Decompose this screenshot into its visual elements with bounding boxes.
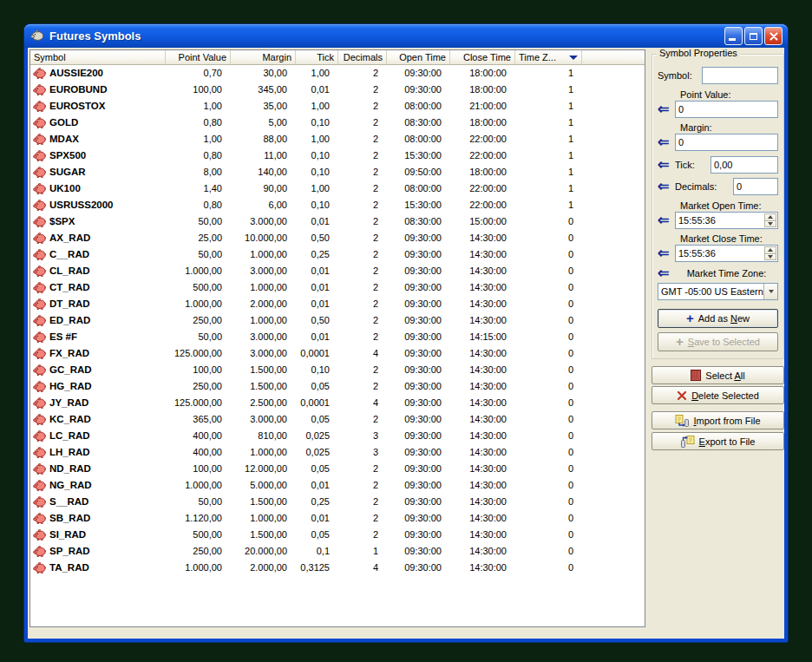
margin-cell: 88,00 [231,131,296,147]
table-row[interactable]: GOLD 0,80 5,00 0,10 2 08:30:00 18:00:00 … [30,115,645,131]
maximize-button[interactable] [744,27,763,45]
close-time-spin-up[interactable] [764,246,776,253]
table-row[interactable]: CL_RAD 1.000,00 3.000,00 0,01 2 09:30:00… [30,263,645,279]
table-row[interactable]: $SPX 50,00 3.000,00 0,01 2 08:30:00 15:0… [30,213,645,230]
table-row[interactable]: EUROBUND 100,00 345,00 0,01 2 09:30:00 1… [30,82,645,98]
table-row[interactable]: MDAX 1,00 88,00 1,00 2 08:00:00 22:00:00… [30,131,645,147]
table-row[interactable]: EUROSTOX 1,00 35,00 1,00 2 08:00:00 21:0… [30,98,645,115]
open-time-spinbox [675,212,778,229]
open-time-input[interactable] [675,212,778,229]
copy-close-time-arrow-icon[interactable]: ⇐ [658,247,675,259]
tick-input[interactable] [710,156,778,174]
close-time-cell: 14:30:00 [450,527,515,543]
symbol-cell: EUROBUND [30,82,166,98]
table-row[interactable]: JY_RAD 125.000,00 2.500,00 0,0001 4 09:3… [30,395,645,411]
pig-icon [33,134,46,145]
table-row[interactable]: ED_RAD 250,00 1.000,00 0,50 2 09:30:00 1… [30,312,645,329]
timezone-dropdown[interactable]: GMT -05:00 US Eastern [658,283,778,300]
tick-cell: 0,0001 [296,395,338,411]
symbol-name: UK100 [49,180,81,197]
copy-margin-arrow-icon[interactable]: ⇐ [658,136,675,148]
table-row[interactable]: ES #F 50,00 3.000,00 0,01 2 09:30:00 14:… [30,329,645,345]
pig-icon [33,447,46,458]
table-body: AUSSIE200 0,70 30,00 1,00 2 09:30:00 18:… [30,65,645,626]
decimals-cell: 2 [338,98,387,115]
column-header-timezone[interactable]: Time Z... [515,50,582,65]
table-row[interactable]: S__RAD 50,00 1.500,00 0,25 2 09:30:00 14… [30,494,645,510]
table-row[interactable]: HG_RAD 250,00 1.500,00 0,05 2 09:30:00 1… [30,378,645,395]
table-row[interactable]: GC_RAD 100,00 1.500,00 0,10 2 09:30:00 1… [30,362,645,378]
delete-selected-button[interactable]: Delete Selected [652,386,784,404]
table-row[interactable]: AUSSIE200 0,70 30,00 1,00 2 09:30:00 18:… [30,65,645,82]
pig-icon [33,200,46,211]
pig-icon [33,463,46,475]
save-to-selected-button[interactable]: + Save to Selected [658,332,778,351]
export-to-file-button[interactable]: Export to File [652,432,784,450]
symbol-name: NG_RAD [49,477,92,494]
table-row[interactable]: DT_RAD 1.000,00 2.000,00 0,01 2 09:30:00… [30,296,645,312]
decimals-cell: 2 [338,411,387,428]
close-time-spin-down[interactable] [764,253,776,261]
column-header-empty[interactable] [582,50,645,65]
copy-timezone-arrow-icon[interactable]: ⇐ [658,267,675,279]
add-as-new-button[interactable]: + Add as New [658,309,778,328]
copy-tick-arrow-icon[interactable]: ⇐ [658,159,675,171]
table-row[interactable]: LH_RAD 400,00 1.000,00 0,025 3 09:30:00 … [30,444,645,461]
symbol-input[interactable] [702,67,778,84]
table-row[interactable]: UK100 1,40 90,00 1,00 2 08:00:00 22:00:0… [30,180,645,197]
table-row[interactable]: CT_RAD 500,00 1.000,00 0,01 2 09:30:00 1… [30,279,645,296]
open-time-cell: 09:30:00 [387,510,450,527]
table-row[interactable]: SB_RAD 1.120,00 1.000,00 0,01 2 09:30:00… [30,510,645,527]
dropdown-arrow-button[interactable] [763,284,777,299]
column-header-decimals[interactable]: Decimals [338,50,387,65]
column-header-tick[interactable]: Tick [296,50,338,65]
column-header-point-value[interactable]: Point Value [166,50,231,65]
copy-open-time-arrow-icon[interactable]: ⇐ [658,214,675,226]
close-time-cell: 14:30:00 [450,263,515,279]
table-row[interactable]: AX_RAD 25,00 10.000,00 0,50 2 09:30:00 1… [30,230,645,246]
minimize-button[interactable] [724,27,743,45]
decimals-cell: 2 [338,296,387,312]
column-header-margin[interactable]: Margin [231,50,296,65]
table-row[interactable]: USRUSS2000 0,80 6,00 0,10 2 15:30:00 22:… [30,197,645,213]
column-header-symbol[interactable]: Symbol [30,50,166,65]
open-time-spin-up[interactable] [764,213,776,220]
table-row[interactable]: FX_RAD 125.000,00 3.000,00 0,0001 4 09:3… [30,345,645,362]
timezone-cell: 1 [515,197,582,213]
table-row[interactable]: SI_RAD 500,00 1.500,00 0,05 2 09:30:00 1… [30,527,645,543]
import-from-file-button[interactable]: Import from File [652,411,784,429]
margin-label: Margin: [680,122,778,134]
titlebar[interactable]: Futures Symbols [24,24,788,48]
table-row[interactable]: ND_RAD 100,00 12.000,00 0,05 2 09:30:00 … [30,461,645,477]
table-row[interactable]: NG_RAD 1.000,00 5.000,00 0,01 2 09:30:00… [30,477,645,494]
point-value-input[interactable] [675,101,778,118]
column-header-close-time[interactable]: Close Time [450,50,515,65]
table-row[interactable]: KC_RAD 365,00 3.000,00 0,05 2 09:30:00 1… [30,411,645,428]
close-time-cell: 14:30:00 [450,296,515,312]
close-button[interactable] [764,27,783,45]
point-value-cell: 1.120,00 [166,510,231,527]
symbol-properties-panel: Symbol Properties Symbol: Point Value: ⇐… [652,49,784,450]
table-row[interactable]: LC_RAD 400,00 810,00 0,025 3 09:30:00 14… [30,428,645,444]
copy-decimals-arrow-icon[interactable]: ⇐ [658,180,675,193]
decimals-input[interactable] [733,178,778,195]
margin-cell: 345,00 [231,82,296,98]
spin-down-icon [768,222,773,226]
table-row[interactable]: TA_RAD 1.000,00 2.000,00 0,3125 4 09:30:… [30,560,645,576]
select-all-button[interactable]: Select All [652,366,784,384]
point-value-cell: 125.000,00 [166,395,231,411]
table-row[interactable]: SUGAR 8,00 140,00 0,10 2 09:50:00 18:00:… [30,164,645,180]
copy-point-value-arrow-icon[interactable]: ⇐ [658,103,675,115]
open-time-spin-down[interactable] [764,220,776,228]
symbol-name: AUSSIE200 [49,65,103,82]
tick-cell: 0,3125 [296,560,338,576]
column-header-open-time[interactable]: Open Time [387,50,450,65]
close-time-input[interactable] [675,245,778,262]
margin-input[interactable] [675,134,778,151]
margin-cell: 810,00 [231,428,296,444]
table-row[interactable]: SP_RAD 250,00 20.000,00 0,1 1 09:30:00 1… [30,543,645,560]
table-row[interactable]: C__RAD 50,00 1.000,00 0,25 2 09:30:00 14… [30,246,645,263]
table-row[interactable]: SPX500 0,80 11,00 0,10 2 15:30:00 22:00:… [30,147,645,164]
close-time-cell: 15:00:00 [450,213,515,230]
tick-cell: 0,025 [296,428,338,444]
